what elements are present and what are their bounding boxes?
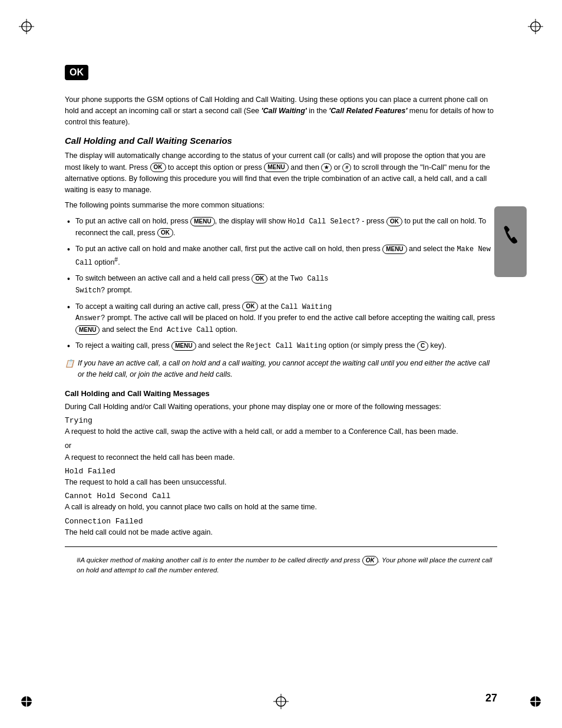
corner-mark-br — [527, 693, 544, 710]
bullet-1-text-2: , the display will show — [215, 217, 288, 225]
connection-failed-desc: The held call could not be made active a… — [65, 527, 497, 538]
corner-mark-bl — [18, 693, 35, 710]
bullet-2-text-2: and select the — [407, 245, 457, 253]
ok-icon: OK — [65, 65, 88, 80]
page-number: 27 — [485, 692, 497, 704]
or-text: or — [65, 442, 497, 450]
menu-btn-b5: MENU — [171, 341, 196, 351]
trying-desc: A request to hold the active call, swap … — [65, 426, 497, 437]
corner-mark-bottom-center — [272, 693, 290, 710]
trying-mono: Trying — [65, 416, 497, 425]
end-active-call-mono: End Active Call — [150, 326, 213, 334]
ok-btn-b1: OK — [386, 217, 402, 226]
page: OK Your phone supports the GSM options o… — [0, 0, 562, 728]
ok-btn-b1b: OK — [157, 228, 173, 238]
list-item: To switch between an active call and a h… — [65, 273, 497, 296]
intro-paragraph: Your phone supports the GSM options of C… — [65, 94, 497, 127]
c-btn-b5: C — [417, 341, 428, 351]
side-phone-icon — [494, 206, 527, 277]
ok-btn-footnote: OK — [362, 556, 378, 565]
menu-button-inline-1: MENU — [264, 163, 288, 172]
bullet-4-text-1: To accept a waiting call during an activ… — [75, 302, 242, 311]
intro-text-2: in the — [307, 107, 329, 115]
menu-btn-b2: MENU — [382, 245, 406, 254]
note-text: If you have an active call, a call on ho… — [78, 358, 497, 381]
corner-mark-tr — [527, 18, 544, 35]
bullet-5-text-2: and select the — [196, 341, 246, 350]
section-intro-2: to accept this option or press — [166, 163, 265, 172]
menu-btn-b4: MENU — [75, 325, 100, 335]
list-item: To reject a waiting call, press MENU and… — [65, 340, 497, 352]
bullet-2-text-1: To put an active call on hold and make a… — [75, 245, 382, 253]
section-heading: Call Holding and Call Waiting Scenarios — [65, 136, 497, 146]
section-intro-4: or — [332, 163, 342, 172]
list-item: To accept a waiting call during an activ… — [65, 301, 497, 336]
bullet-4-text-3: prompt. The active call will be placed o… — [105, 314, 495, 322]
footnote: #A quicker method of making another call… — [65, 555, 497, 576]
section-intro-text: The display will automatically change ac… — [65, 150, 497, 196]
footnote-text-1: #A quicker method of making another call… — [77, 556, 362, 564]
reject-call-mono: Reject Call Waiting — [246, 342, 327, 350]
corner-mark-tl — [18, 18, 35, 35]
cannot-hold-mono: Cannot Hold Second Call — [65, 492, 497, 500]
bullet-4-text-5: option. — [213, 325, 237, 334]
bullet-3-text-1: To switch between an active call and a h… — [75, 274, 252, 282]
horizontal-rule — [65, 546, 497, 547]
note-icon: 📋 — [65, 358, 74, 370]
hold-failed-desc: The request to hold a call has been unsu… — [65, 477, 497, 488]
menu-btn-b1: MENU — [190, 217, 214, 226]
bullet-1-text-1: To put an active call on hold, press — [75, 217, 190, 225]
bullet-2-text-3: option#. — [92, 258, 120, 266]
bullet-3-text-3: prompt. — [105, 286, 132, 294]
bullet-5-text-4: key). — [428, 341, 447, 350]
reconnect-desc: A request to reconnect the held call has… — [65, 452, 497, 463]
hold-call-select-mono: Hold Call Select? — [287, 218, 359, 226]
list-item: To put an active call on hold, press MEN… — [65, 216, 497, 239]
bullet-4-text-4: and select the — [100, 325, 150, 334]
section-intro-3: and then — [289, 163, 322, 172]
note-box: 📋 If you have an active call, a call on … — [65, 358, 497, 381]
bullet-5-text-3: option (or simply press the — [326, 341, 417, 350]
main-content: OK Your phone supports the GSM options o… — [65, 65, 497, 681]
summary-intro: The following points summarise the more … — [65, 200, 497, 211]
cannot-hold-desc: A call is already on hold, you cannot pl… — [65, 502, 497, 513]
ok-btn-b3: OK — [252, 274, 267, 284]
intro-call-related: 'Call Related Features' — [329, 107, 407, 115]
star-button-inline: ★ — [321, 163, 332, 172]
bullet-5-text-1: To reject a waiting call, press — [75, 341, 171, 350]
bullet-4-text-2: at the — [258, 302, 280, 311]
intro-call-waiting: 'Call Waiting' — [262, 107, 307, 115]
hash-button-inline: # — [342, 163, 351, 172]
ok-btn-b4: OK — [242, 302, 258, 311]
ok-button-inline: OK — [150, 163, 166, 172]
bullet-list: To put an active call on hold, press MEN… — [65, 216, 497, 352]
hold-failed-mono: Hold Failed — [65, 467, 497, 476]
messages-heading: Call Holding and Call Waiting Messages — [65, 389, 497, 398]
connection-failed-mono: Connection Failed — [65, 517, 497, 526]
messages-intro: During Call Holding and/or Call Waiting … — [65, 401, 497, 413]
ok-icon-block: OK — [65, 65, 497, 87]
bullet-3-text-2: at the — [267, 274, 290, 282]
list-item: To put an active call on hold and make a… — [65, 243, 497, 268]
bullet-1-text-3: - press — [360, 217, 386, 225]
bullet-1-text-5: . — [173, 229, 175, 237]
